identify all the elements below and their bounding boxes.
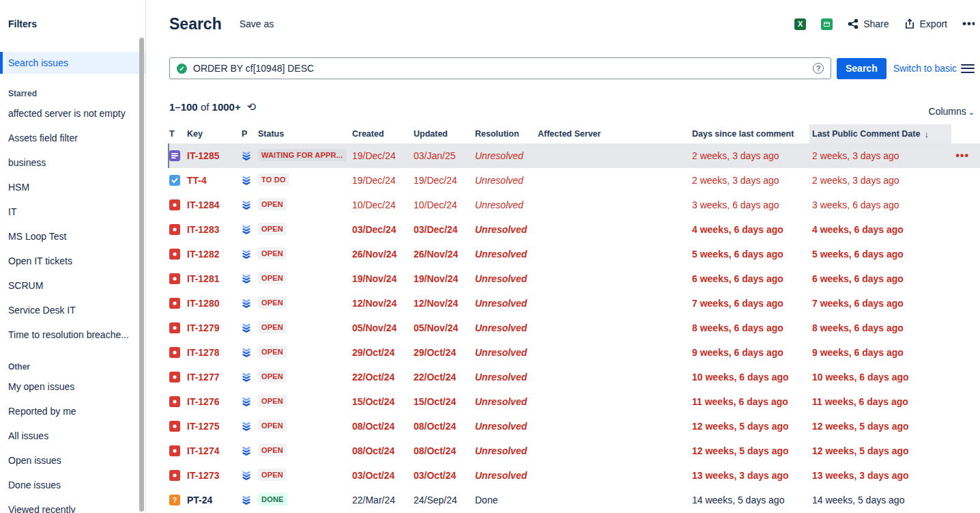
column-header-key[interactable]: Key	[187, 124, 242, 143]
column-header-p[interactable]: P	[242, 124, 258, 143]
issue-key-link[interactable]: IT-1282	[187, 249, 242, 260]
last-public-comment-date-value: 2 weeks, 3 days ago	[812, 175, 951, 186]
sidebar-item-scrum[interactable]: SCRUM	[0, 273, 145, 298]
search-button[interactable]: Search	[837, 58, 887, 79]
issue-key-link[interactable]: IT-1281	[187, 273, 242, 284]
issue-row-pt-24[interactable]: ?PT-24DONE22/Mar/2424/Sep/24Done14 weeks…	[169, 488, 980, 512]
row-actions-icon[interactable]: •••	[951, 150, 980, 162]
resolution-value: Unresolved	[475, 421, 538, 432]
issue-row-it-1285[interactable]: IT-1285WAITING FOR APPR...19/Dec/2403/Ja…	[169, 143, 980, 168]
issue-row-tt-4[interactable]: TT-4TO DO19/Dec/2419/Dec/24Unresolved2 w…	[169, 168, 980, 193]
issue-row-it-1281[interactable]: IT-1281OPEN19/Nov/2419/Nov/24Unresolved6…	[169, 266, 980, 291]
issue-row-it-1276[interactable]: IT-1276OPEN15/Oct/2415/Oct/24Unresolved1…	[169, 389, 980, 414]
issue-key-link[interactable]: PT-24	[187, 495, 242, 505]
sidebar-item-ms-loop-test[interactable]: MS Loop Test	[0, 224, 145, 249]
sidebar-item-service-desk-it[interactable]: Service Desk IT	[0, 298, 145, 322]
status-badge: OPEN	[258, 198, 287, 210]
columns-dropdown[interactable]: Columns⌄	[929, 106, 975, 117]
updated-date: 22/Oct/24	[414, 372, 475, 383]
last-public-comment-date-value: 7 weeks, 6 days ago	[812, 298, 951, 309]
column-header-last-public-comment-date[interactable]: Last Public Comment Date↓	[809, 124, 951, 143]
issue-row-it-1284[interactable]: IT-1284OPEN10/Dec/2410/Dec/24Unresolved3…	[169, 193, 980, 217]
refresh-icon[interactable]: ⟳	[247, 100, 256, 113]
share-button[interactable]: Share	[848, 18, 889, 29]
save-as-button[interactable]: Save as	[240, 18, 274, 29]
issue-key-link[interactable]: IT-1277	[187, 372, 242, 383]
search-options-menu-icon[interactable]	[961, 61, 975, 75]
issue-row-it-1277[interactable]: IT-1277OPEN22/Oct/2422/Oct/24Unresolved1…	[169, 365, 980, 389]
jql-help-icon[interactable]: ?	[813, 63, 824, 74]
issue-key-link[interactable]: IT-1279	[187, 322, 242, 333]
incident-type-icon	[169, 396, 180, 407]
jql-search-input[interactable]: ✓ ORDER BY cf[10948] DESC ?	[169, 57, 831, 79]
incident-type-icon	[169, 347, 180, 358]
days-since-last-comment-value: 5 weeks, 6 days ago	[692, 249, 812, 260]
excel-export-icon[interactable]: X	[794, 18, 806, 30]
incident-type-icon	[169, 322, 180, 333]
issue-row-it-1280[interactable]: IT-1280OPEN12/Nov/2412/Nov/24Unresolved7…	[169, 291, 980, 316]
issue-row-it-1275[interactable]: IT-1275OPEN08/Oct/2408/Oct/24Unresolved1…	[169, 414, 980, 439]
incident-type-icon	[169, 273, 180, 284]
jql-query-text[interactable]: ORDER BY cf[10948] DESC	[193, 63, 807, 74]
sidebar-item-open-it-tickets[interactable]: Open IT tickets	[0, 249, 145, 273]
issue-row-it-1273[interactable]: IT-1273OPEN03/Oct/2403/Oct/24Unresolved1…	[169, 463, 980, 488]
column-header-status[interactable]: Status	[258, 124, 352, 143]
issue-key-link[interactable]: IT-1280	[187, 298, 242, 309]
column-header-t[interactable]: T	[169, 124, 187, 143]
updated-date: 29/Oct/24	[414, 347, 475, 358]
more-actions-icon[interactable]: •••	[962, 17, 975, 31]
issue-key-link[interactable]: IT-1273	[187, 470, 242, 481]
issue-key-link[interactable]: IT-1278	[187, 347, 242, 358]
sidebar-item-done-issues[interactable]: Done issues	[0, 473, 145, 497]
sidebar-item-reported-by-me[interactable]: Reported by me	[0, 399, 145, 424]
updated-date: 08/Oct/24	[414, 445, 475, 456]
sidebar-item-time-to-resolution-breache[interactable]: Time to resolution breache...	[0, 322, 145, 347]
days-since-last-comment-value: 8 weeks, 6 days ago	[692, 322, 812, 333]
issue-row-it-1279[interactable]: IT-1279OPEN05/Nov/2405/Nov/24Unresolved8…	[169, 316, 980, 340]
column-header-updated[interactable]: Updated	[414, 124, 475, 143]
priority-lowest-icon	[242, 225, 258, 235]
sidebar-item-it[interactable]: IT	[0, 199, 145, 224]
issue-row-it-1278[interactable]: IT-1278OPEN29/Oct/2429/Oct/24Unresolved9…	[169, 340, 980, 365]
column-header-affected-server[interactable]: Affected Server	[538, 124, 692, 143]
column-header-days-since-last-comment[interactable]: Days since last comment	[692, 124, 812, 143]
issue-row-it-1274[interactable]: IT-1274OPEN08/Oct/2408/Oct/24Unresolved1…	[169, 439, 980, 463]
google-sheets-export-icon[interactable]	[821, 18, 833, 30]
last-public-comment-date-value: 14 weeks, 5 days ago	[812, 495, 951, 505]
sidebar-item-open-issues[interactable]: Open issues	[0, 448, 145, 473]
updated-date: 05/Nov/24	[414, 322, 475, 333]
last-public-comment-date-value: 10 weeks, 6 days ago	[812, 372, 951, 383]
sidebar-item-viewed-recently[interactable]: Viewed recently	[0, 497, 145, 513]
resolution-value: Unresolved	[475, 273, 538, 284]
sidebar-item-all-issues[interactable]: All issues	[0, 424, 145, 448]
created-date: 08/Oct/24	[352, 445, 414, 456]
priority-lowest-icon	[242, 397, 258, 407]
resolution-value: Unresolved	[475, 372, 538, 383]
issue-row-it-1283[interactable]: IT-1283OPEN03/Dec/2403/Dec/24Unresolved4…	[169, 217, 980, 242]
issue-row-it-1282[interactable]: IT-1282OPEN26/Nov/2426/Nov/24Unresolved5…	[169, 242, 980, 266]
sidebar-item-affected-server-is-not-empty[interactable]: affected server is not empty	[0, 101, 145, 126]
sidebar-scrollbar[interactable]	[139, 38, 144, 512]
sidebar-item-assets-field-filter[interactable]: Assets field filter	[0, 126, 145, 150]
issue-key-link[interactable]: IT-1276	[187, 396, 242, 407]
column-header-resolution[interactable]: Resolution	[475, 124, 538, 143]
sidebar-item-hsm[interactable]: HSM	[0, 175, 145, 199]
incident-type-icon	[169, 470, 180, 481]
resolution-value: Unresolved	[475, 249, 538, 260]
status-badge: DONE	[258, 493, 287, 505]
resolution-value: Unresolved	[475, 298, 538, 309]
sidebar-item-my-open-issues[interactable]: My open issues	[0, 374, 145, 399]
issue-key-link[interactable]: TT-4	[187, 175, 242, 186]
sidebar-item-search-issues[interactable]: Search issues	[0, 52, 145, 74]
column-header-created[interactable]: Created	[352, 124, 414, 143]
status-badge: OPEN	[258, 321, 287, 333]
issue-key-link[interactable]: IT-1285	[187, 150, 242, 161]
export-button[interactable]: Export	[904, 18, 947, 29]
sidebar-item-business[interactable]: business	[0, 150, 145, 175]
issue-key-link[interactable]: IT-1275	[187, 421, 242, 432]
issue-key-link[interactable]: IT-1284	[187, 199, 242, 210]
issue-key-link[interactable]: IT-1274	[187, 445, 242, 456]
updated-date: 03/Oct/24	[414, 470, 475, 481]
issue-key-link[interactable]: IT-1283	[187, 224, 242, 235]
switch-to-basic-link[interactable]: Switch to basic	[893, 63, 957, 74]
